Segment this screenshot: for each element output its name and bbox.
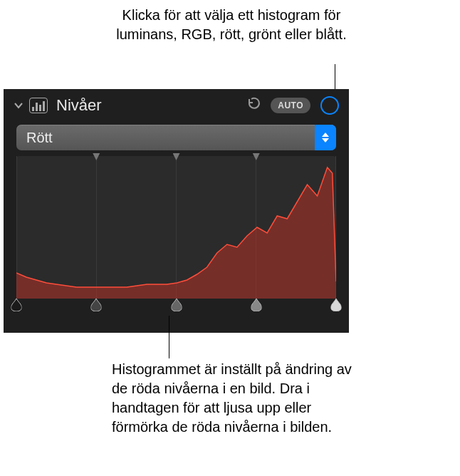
- dropdown-stepper-icon: [315, 125, 336, 150]
- panel-title: Nivåer: [56, 96, 102, 115]
- histogram-channel-dropdown[interactable]: Rött: [16, 125, 336, 150]
- levels-icon: [29, 98, 48, 113]
- histogram: [16, 156, 336, 299]
- callout-bottom-text: Histogrammet är inställt på ändring av d…: [112, 360, 361, 437]
- bottom-handle[interactable]: [171, 299, 182, 311]
- reset-button[interactable]: [242, 96, 265, 115]
- bottom-handles-row: [16, 299, 336, 313]
- bottom-handle[interactable]: [91, 299, 102, 311]
- callout-leader-line-bottom: [169, 316, 169, 358]
- bottom-handle[interactable]: [331, 299, 342, 311]
- disclosure-toggle[interactable]: [14, 100, 23, 110]
- histogram-plot: [16, 156, 336, 299]
- auto-button[interactable]: AUTO: [271, 98, 310, 113]
- panel-header: Nivåer AUTO: [4, 89, 349, 120]
- callout-top-text: Klicka för att välja ett histogram för l…: [110, 6, 352, 44]
- bottom-handle[interactable]: [251, 299, 261, 311]
- bottom-handle[interactable]: [11, 299, 22, 311]
- dropdown-selected-label: Rött: [26, 130, 315, 146]
- levels-panel: Nivåer AUTO Rött: [4, 89, 349, 333]
- enable-toggle[interactable]: [320, 96, 339, 115]
